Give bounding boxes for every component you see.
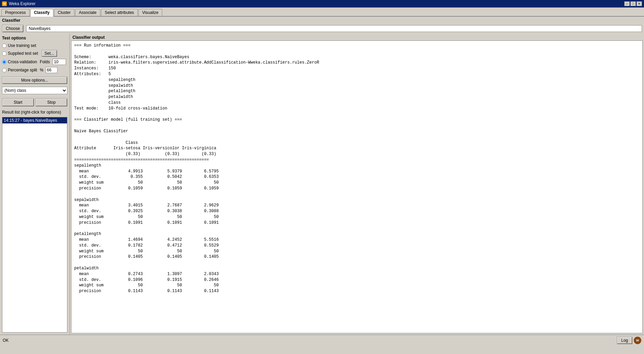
status-text: OK	[3, 338, 9, 343]
right-panel: Classifier output === Run information ==…	[70, 34, 644, 335]
tab-associate[interactable]: Associate	[75, 9, 100, 16]
result-list: 14:15:27 - bayes.NaiveBayes	[2, 117, 67, 333]
folds-label: Folds	[40, 60, 50, 64]
supplied-test-row: Supplied test set Set...	[2, 50, 67, 57]
classifier-section-label: Classifier	[0, 17, 644, 23]
tab-cluster[interactable]: Cluster	[54, 9, 75, 16]
close-button[interactable]: ✕	[637, 1, 642, 6]
use-training-row: Use training set	[2, 43, 67, 48]
pct-label: %	[40, 68, 44, 72]
minimize-button[interactable]: ─	[624, 1, 630, 6]
supplied-test-radio[interactable]	[2, 51, 6, 56]
cross-validation-label: Cross-validation	[8, 60, 37, 64]
stop-button[interactable]: Stop	[35, 98, 67, 106]
button-row: Start Stop	[2, 98, 67, 106]
main-area: Test options Use training set Supplied t…	[0, 34, 644, 335]
log-button[interactable]: Log	[617, 337, 632, 344]
tab-visualize[interactable]: Visualize	[138, 9, 162, 16]
result-item[interactable]: 14:15:27 - bayes.NaiveBayes	[2, 117, 67, 123]
weka-icon: W	[2, 1, 7, 6]
status-right: Log W	[617, 337, 641, 344]
cross-validation-radio[interactable]	[2, 60, 6, 64]
classifier-name: NaiveBayes	[26, 25, 642, 32]
percentage-split-radio[interactable]	[2, 68, 6, 72]
tab-classify[interactable]: Classify	[30, 9, 53, 17]
choose-button[interactable]: Choose	[2, 25, 23, 32]
maximize-button[interactable]: □	[630, 1, 636, 6]
output-text: === Run information === Scheme: weka.cla…	[71, 40, 643, 333]
set-button[interactable]: Set...	[42, 50, 57, 57]
tab-preprocess[interactable]: Preprocess	[1, 9, 30, 16]
title-bar-left: W Weka Explorer	[2, 1, 35, 6]
use-training-label: Use training set	[8, 43, 36, 48]
percentage-split-row: Percentage split %	[2, 67, 67, 73]
window-title: Weka Explorer	[9, 1, 35, 6]
tab-bar: Preprocess Classify Cluster Associate Se…	[0, 7, 644, 17]
start-button[interactable]: Start	[2, 98, 34, 106]
folds-input[interactable]	[52, 59, 66, 65]
title-bar-controls[interactable]: ─ □ ✕	[624, 1, 642, 6]
class-dropdown[interactable]: (Nom) class	[2, 87, 67, 94]
tab-select-attributes[interactable]: Select attributes	[101, 9, 138, 16]
use-training-radio[interactable]	[2, 44, 6, 48]
cross-validation-row: Cross-validation Folds	[2, 59, 67, 65]
title-bar: W Weka Explorer ─ □ ✕	[0, 0, 644, 7]
result-list-title: Result list (right-click for options)	[2, 110, 67, 115]
supplied-test-label: Supplied test set	[8, 51, 38, 56]
pct-input[interactable]	[46, 67, 57, 73]
status-bar: OK Log W	[0, 335, 644, 345]
test-options-title: Test options	[2, 36, 67, 40]
weka-bird-icon: W	[634, 337, 641, 344]
left-panel: Test options Use training set Supplied t…	[0, 34, 70, 335]
more-options-button[interactable]: More options...	[2, 77, 67, 84]
classifier-row: Choose NaiveBayes	[0, 23, 644, 34]
percentage-split-label: Percentage split	[8, 68, 37, 72]
output-title: Classifier output	[70, 34, 644, 40]
